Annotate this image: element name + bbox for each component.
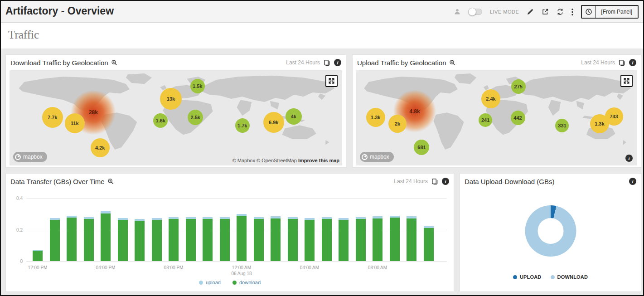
bar-download-segment: [186, 219, 196, 261]
map-attribution[interactable]: © Mapbox © OpenStreetMap Improve this ma…: [232, 158, 339, 163]
zoom-in-icon[interactable]: [111, 59, 118, 66]
panel-header: Data Upload-Download (GBs): [460, 174, 641, 189]
bar-download-segment: [135, 221, 145, 261]
bar[interactable]: [67, 216, 77, 261]
map-bubble[interactable]: 331: [555, 119, 569, 132]
map-bubble[interactable]: 2.4k: [481, 89, 500, 108]
legend-item-upload[interactable]: upload: [199, 280, 221, 285]
map-bubble[interactable]: 1.3k: [366, 108, 385, 127]
x-axis: [26, 262, 447, 262]
bar[interactable]: [118, 218, 128, 261]
expand-icon[interactable]: [620, 75, 633, 87]
bar[interactable]: [186, 217, 196, 261]
upload-legend-label: upload: [206, 280, 221, 285]
map-bubble[interactable]: 442: [511, 111, 525, 125]
map-bubble[interactable]: 1.5k: [190, 79, 205, 93]
map-bubble[interactable]: 1.6k: [153, 113, 168, 128]
bar[interactable]: [33, 250, 43, 261]
bar[interactable]: [322, 217, 332, 261]
bar-chart: 0.4 0.2 0 12:00 PM04:00 PM08:00 PM12:00 …: [6, 189, 454, 291]
map-bubble[interactable]: 11k: [65, 113, 85, 133]
user-icon[interactable]: [454, 8, 461, 15]
map-info-icon[interactable]: [625, 155, 633, 162]
attribution-mapbox[interactable]: © Mapbox: [232, 158, 255, 163]
bubble-value: 241: [481, 117, 489, 123]
map-bubble[interactable]: 4k: [286, 108, 302, 125]
map-bubble[interactable]: 13k: [160, 88, 182, 110]
info-icon[interactable]: [629, 59, 636, 66]
bar[interactable]: [84, 217, 94, 261]
bar[interactable]: [305, 218, 315, 261]
bar[interactable]: [356, 217, 366, 261]
map-bubble[interactable]: 681: [414, 140, 429, 155]
map-bubble[interactable]: 2k: [388, 115, 407, 133]
bar[interactable]: [101, 211, 111, 261]
bar[interactable]: [135, 219, 145, 261]
mapbox-icon: [15, 154, 21, 160]
map-bubble[interactable]: 275: [511, 79, 526, 94]
panel-title: Upload Traffic by Geolocation: [357, 59, 446, 67]
world-map[interactable]: 28k7.7k11k4.2k13k1.5k1.6k2.5k1.7k6.9k4k …: [10, 70, 342, 165]
more-menu-icon[interactable]: [571, 8, 573, 16]
x-axis-label: 08:00 AM: [357, 265, 398, 270]
toggle-knob: [468, 8, 476, 16]
edit-icon[interactable]: [527, 8, 534, 15]
map-bubble[interactable]: 1.7k: [235, 118, 250, 133]
bar[interactable]: [152, 218, 162, 261]
expand-icon[interactable]: [325, 75, 338, 87]
map-bubble[interactable]: 241: [479, 113, 492, 127]
donut-chart[interactable]: [525, 205, 576, 257]
map-bubble[interactable]: 4.2k: [91, 138, 110, 157]
time-range-selector[interactable]: [From Panel]: [581, 5, 639, 19]
mapbox-logo[interactable]: mapbox: [13, 152, 47, 162]
mapbox-logo[interactable]: mapbox: [360, 152, 394, 162]
legend-item-download[interactable]: download: [232, 280, 261, 285]
bubble-value: 1.3k: [595, 121, 604, 126]
attribution-improve-link[interactable]: Improve this map: [298, 158, 339, 163]
bar[interactable]: [50, 218, 60, 261]
panel-title: Data Upload-Download (GBs): [465, 178, 554, 185]
bar[interactable]: [271, 216, 281, 261]
map-bubble[interactable]: 2.5k: [188, 110, 203, 125]
legend-item-upload[interactable]: UPLOAD: [513, 274, 542, 280]
legend-item-download[interactable]: DOWNLOAD: [551, 274, 588, 280]
share-icon[interactable]: [542, 8, 549, 15]
refresh-icon[interactable]: [557, 8, 564, 15]
map-bubble[interactable]: 7.7k: [42, 107, 63, 128]
bar-download-segment: [84, 219, 94, 261]
bar[interactable]: [407, 216, 416, 261]
bar[interactable]: [424, 226, 434, 261]
chart-legend: upload download: [6, 280, 454, 285]
bar[interactable]: [169, 217, 179, 261]
bar[interactable]: [339, 218, 349, 261]
bar[interactable]: [288, 217, 298, 261]
info-icon[interactable]: [334, 59, 341, 66]
bar[interactable]: [373, 216, 383, 261]
info-icon[interactable]: [629, 178, 636, 185]
info-icon[interactable]: [442, 178, 449, 185]
bubble-value: 681: [417, 145, 426, 150]
map-bubble[interactable]: 6.9k: [263, 112, 284, 133]
panel-header: Download Traffic by Geolocation Last 24 …: [6, 55, 346, 70]
bar[interactable]: [203, 217, 213, 261]
world-map[interactable]: 4.8k1.3k2k6812.4k2752414423311.3k743 map…: [356, 70, 637, 165]
zoom-in-icon[interactable]: [107, 178, 114, 185]
bar[interactable]: [254, 217, 264, 261]
panel-upload-download-donut: Data Upload-Download (GBs) UPLOAD DOWNLO…: [460, 173, 641, 292]
bubble-value: 1.6k: [156, 118, 165, 123]
bar[interactable]: [390, 216, 400, 261]
upload-legend-dot: [513, 275, 517, 279]
live-mode-toggle[interactable]: [469, 9, 482, 15]
attribution-osm[interactable]: © OpenStreetMap: [257, 158, 297, 163]
dashboard: Artifactory - Overview LIVE MODE: [0, 0, 644, 296]
bar[interactable]: [237, 214, 247, 261]
panels-icon[interactable]: [619, 59, 625, 66]
panels-icon[interactable]: [324, 59, 330, 66]
map-bubble[interactable]: 743: [605, 107, 623, 126]
bar[interactable]: [220, 217, 230, 261]
mapbox-logo-text: mapbox: [370, 154, 389, 160]
panels-icon[interactable]: [431, 178, 438, 185]
y-axis-label: 0: [9, 259, 23, 264]
bubble-value: 2.4k: [486, 96, 495, 102]
zoom-in-icon[interactable]: [449, 59, 456, 66]
